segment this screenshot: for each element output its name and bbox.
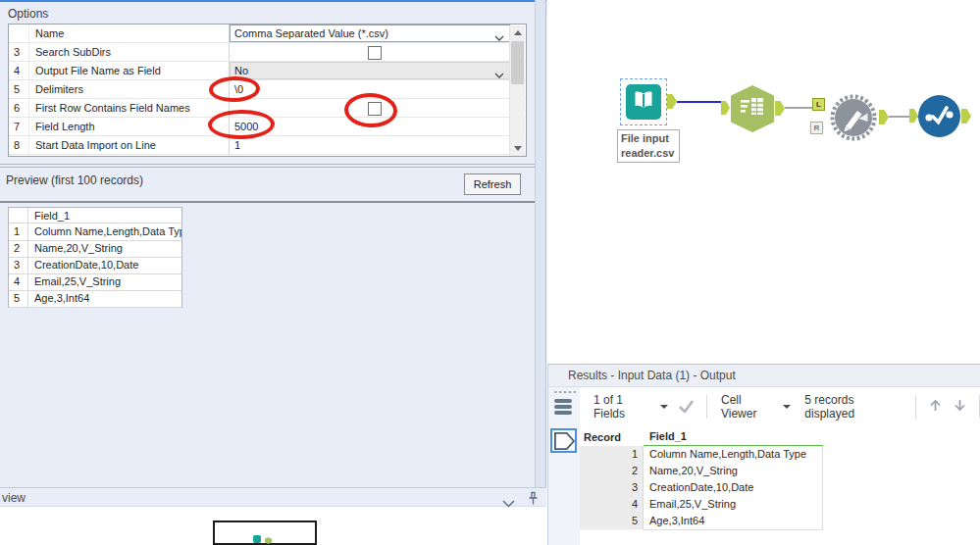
options-row[interactable]: 8 Start Data Import on Line 1 [9,136,526,155]
option-value[interactable]: No [230,62,510,79]
options-scrollbar[interactable] [509,25,525,156]
option-label: Name [28,25,229,42]
preview-row: 3 CreationDate,10,Date [9,257,181,273]
options-row[interactable]: 3 Search SubDirs [9,43,526,62]
option-value-cell[interactable]: No [229,62,510,79]
preview-row: 2 Name,20,V_String [9,240,181,257]
parse-tool-input-anchor[interactable] [721,101,730,115]
record-column-header: Record [580,429,644,447]
preview-column-header: Field_1 [28,208,181,223]
text-to-columns-icon [740,95,765,123]
dynamic-rename-tool[interactable] [826,90,881,145]
select-tool-output-anchor[interactable] [961,109,971,124]
results-title: Results - Input Data (1) - Output [568,369,736,382]
record-number-cell: 1 [580,446,644,464]
option-label: Field Length [28,118,229,135]
arrow-up-icon[interactable] [928,398,943,416]
chevron-down-icon[interactable] [502,494,515,512]
chevron-down-icon[interactable] [494,31,504,43]
options-row[interactable]: Name Comma Separated Value (*.csv) [9,25,526,43]
refresh-button[interactable]: Refresh [464,173,521,195]
preview-divider-line [0,201,535,203]
option-value-cell[interactable] [229,43,510,61]
triangle-down-icon [514,146,522,151]
pin-icon[interactable] [527,491,540,510]
rename-tool-output-anchor[interactable] [879,110,889,124]
triangle-up-icon [514,30,522,35]
option-label: Delimiters [28,80,229,98]
overview-panel-title: view [2,491,26,505]
option-row-number: 3 [9,43,28,61]
parse-tool-output-anchor[interactable] [775,101,785,116]
preview-cell-value: Age,3,Int64 [28,290,181,308]
select-tool-input-anchor[interactable] [909,109,918,123]
option-value-cell[interactable]: Comma Separated Value (*.csv) [229,25,510,42]
gear-pencil-icon [826,90,881,145]
horizontal-splitter[interactable] [0,164,535,168]
record-pentagon-icon [553,431,575,451]
connection[interactable] [785,107,812,109]
preview-row: 5 Age,3,Int64 [9,290,181,307]
results-title-bar[interactable]: Results - Input Data (1) - Output [548,365,980,387]
data-rows-icon[interactable] [554,399,572,417]
options-row[interactable]: 5 Delimiters \0 [9,80,526,99]
option-row-number [9,25,28,42]
option-label: Start Data Import on Line [28,136,229,154]
apply-check-icon[interactable] [678,399,695,416]
options-grid: Name Comma Separated Value (*.csv) 3 Sea… [8,24,527,157]
input-tool-output-anchor[interactable] [667,94,677,109]
scrollbar-thumb[interactable] [511,41,524,84]
input-data-tool[interactable] [626,84,661,120]
field-value-cell: Age,3,Int64 [644,513,823,530]
mini-input-tool-icon [253,535,261,543]
annotation-line-1: File input [621,131,676,146]
vertical-panel-splitter[interactable] [535,0,546,487]
arrow-down-icon[interactable] [953,398,967,416]
record-number-cell: 5 [580,513,644,530]
connection-selected[interactable] [677,101,721,103]
options-row[interactable]: 4 Output File Name as Field No [9,62,526,80]
field-column-header[interactable]: Field_1 [644,429,823,447]
output-anchor-selector[interactable] [550,428,577,453]
right-input-anchor[interactable]: R [810,122,823,134]
option-label: Output File Name as Field [28,62,229,79]
option-label: First Row Contains Field Names [28,99,229,117]
option-value[interactable]: Comma Separated Value (*.csv) [230,25,510,42]
results-row: 1 Column Name,Length,Data Type [580,446,823,463]
preview-cell-value: CreationDate,10,Date [28,257,181,274]
workflow-canvas[interactable]: File input reader.csv L R [547,0,980,364]
fields-dropdown[interactable]: 1 of 1 Fields [593,393,654,421]
preview-cell-value: Name,20,V_String [28,240,181,258]
configuration-panel: Options Name Comma Separated Value (*.cs… [0,0,535,487]
left-input-anchor[interactable]: L [812,98,825,111]
preview-corner-cell [9,208,28,223]
results-table: Record Field_1 1 Column Name,Length,Data… [580,429,823,529]
select-tool[interactable] [918,95,960,137]
drag-handle-icon[interactable]: ••••• [554,387,578,396]
results-panel: Results - Input Data (1) - Output ••••• … [547,364,980,545]
results-row: 3 CreationDate,10,Date [580,479,823,496]
scroll-up-button[interactable] [510,25,525,40]
text-to-columns-tool[interactable] [731,85,774,132]
caret-down-icon[interactable] [783,405,791,409]
chevron-down-icon[interactable] [494,69,504,80]
panel-top-accent [0,0,535,2]
alteryx-designer-screenshot: { "colors": { "annotation_red": "#e32119… [0,0,980,545]
record-number-cell: 3 [580,479,644,497]
caret-down-icon[interactable] [660,405,668,409]
option-value[interactable]: 1 [230,136,510,154]
results-toolbar: 1 of 1 Fields Cell Viewer 5 records disp… [580,387,980,426]
field-value-cell: Name,20,V_String [644,463,823,480]
preview-row-number: 5 [9,290,28,308]
overview-panel-header[interactable]: view [0,487,546,507]
field-value-cell: CreationDate,10,Date [644,479,823,497]
option-value-cell[interactable]: 1 [229,136,510,154]
cell-viewer-dropdown[interactable]: Cell Viewer [721,393,777,421]
input-tool-annotation[interactable]: File input reader.csv [617,129,680,163]
scroll-down-button[interactable] [510,141,525,156]
records-displayed-label: 5 records displayed [804,393,902,421]
option-checkbox[interactable] [368,46,382,60]
toolbar-separator [706,395,707,419]
results-side-strip: ••••• [548,387,580,545]
option-label: Search SubDirs [28,43,229,61]
